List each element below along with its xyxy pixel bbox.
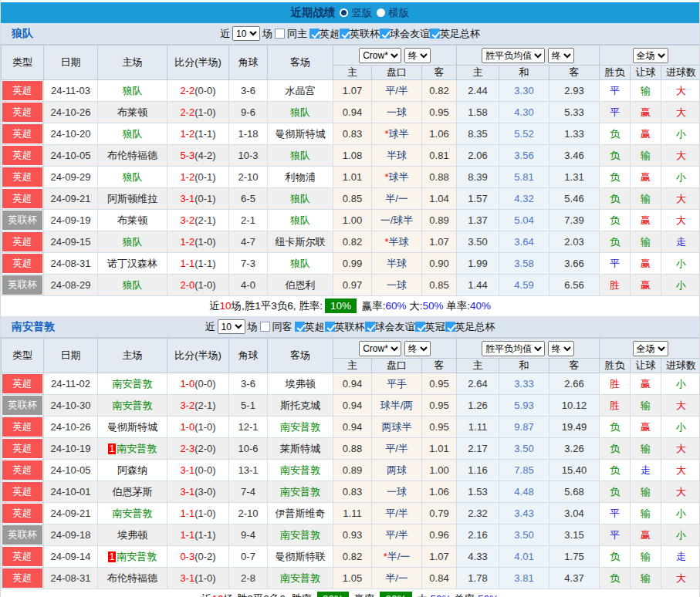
league-filter: 英足总杯 <box>445 320 495 334</box>
handicap-text: 球半 <box>389 171 409 183</box>
avg-draw-odds: 9.87 <box>499 417 550 438</box>
match-date: 24-08-29 <box>44 275 98 296</box>
scope-select[interactable]: 全场 <box>633 341 668 356</box>
half-score: (4-2) <box>194 150 215 161</box>
odds-final-select[interactable]: 终 <box>404 48 431 63</box>
match-row: 英联杯24-09-19布莱顿3-2(2-1)2-1狼队1.00一/球半0.891… <box>2 210 700 231</box>
league-checkbox[interactable] <box>445 322 455 332</box>
avg-draw-odds: 3.33 <box>499 373 550 395</box>
goals-result: 大 <box>661 460 700 481</box>
league-checkbox[interactable] <box>295 322 305 332</box>
home-team: 狼队 <box>98 167 167 188</box>
handicap: 平/半 <box>372 80 422 102</box>
sub-col-avg-home: 主 <box>457 66 499 80</box>
water-away: 0.88 <box>422 167 457 188</box>
league-checkbox[interactable] <box>380 29 390 39</box>
summary-rate-highlight: 30% <box>380 592 411 597</box>
league-type-cell: 英超 <box>2 102 44 123</box>
recent-count-select[interactable]: 10 <box>232 26 260 41</box>
recent-suffix-label: 场 <box>262 27 272 41</box>
match-date: 24-10-26 <box>44 417 98 438</box>
scope-select[interactable]: 全场 <box>633 48 668 63</box>
avg-final-select[interactable]: 终 <box>548 48 574 63</box>
match-row: 英超24-08-31布伦特福德3-1(1-0)2-8南安普敦1.05半/一0.8… <box>2 568 700 589</box>
avg-draw-odds: 3.50 <box>499 438 550 460</box>
handicap-text: 平/半 <box>385 529 408 541</box>
half-score: (1-0) <box>194 508 215 519</box>
league-checkbox[interactable] <box>309 29 320 39</box>
layout-radio-vertical[interactable] <box>340 8 348 17</box>
league-type-cell: 英超 <box>2 80 44 102</box>
league-filter: 英联杯 <box>340 27 380 41</box>
avg-draw-odds: 4.59 <box>499 275 550 296</box>
col-corner: 角球 <box>229 339 268 373</box>
water-away: 0.81 <box>422 145 457 167</box>
handicap-text: 半/一 <box>387 551 411 562</box>
water-home: 0.83 <box>333 123 372 145</box>
summary-text: 近 <box>209 300 220 312</box>
odds-company-select[interactable]: Crow* <box>359 48 401 63</box>
recent-count-select[interactable]: 10 <box>218 319 245 334</box>
summary-text: 近 <box>201 593 212 597</box>
avg-home-odds: 2.32 <box>457 503 499 524</box>
match-row: 英超24-10-26布莱顿2-2(1-0)9-6狼队0.94一球0.951.58… <box>2 102 700 123</box>
water-home: 1.07 <box>333 80 372 102</box>
water-away: 0.96 <box>422 524 457 546</box>
water-home: 0.94 <box>333 102 372 123</box>
avg-home-odds: 2.06 <box>457 145 499 167</box>
match-row: 英超24-10-20狼队1-2(1-1)1-18曼彻斯特城0.83*球半1.06… <box>2 123 700 145</box>
league-checkbox[interactable] <box>325 322 335 332</box>
home-team: 曼彻斯特城 <box>98 417 167 438</box>
summary-text: 场,胜2平2负6, 胜率: <box>223 593 315 597</box>
league-badge: 英超 <box>2 417 42 437</box>
same-venue-checkbox[interactable] <box>260 322 270 332</box>
same-venue-checkbox[interactable] <box>275 29 285 39</box>
handicap-result: 输 <box>631 546 661 568</box>
sub-col-handicap: 盘口 <box>372 66 422 80</box>
league-checkbox[interactable] <box>365 322 375 332</box>
sub-col-result: 胜负 <box>600 66 631 80</box>
avg-type-select[interactable]: 胜平负均值 <box>482 341 545 356</box>
corners: 2-1 <box>229 210 268 231</box>
league-checkbox[interactable] <box>340 29 350 39</box>
score-cell: 1-2(0-1) <box>167 167 229 188</box>
handicap-text: 平手 <box>387 378 407 390</box>
avg-away-odds: 7.39 <box>550 210 600 231</box>
match-date: 24-11-03 <box>44 80 98 102</box>
goals-result: 大 <box>661 145 700 167</box>
goals-result: 小 <box>661 253 700 275</box>
full-score: 2-2 <box>180 106 194 118</box>
section-head: 南安普敦 近 10 场 同客 英超英联杯球会友谊英冠英足总杯 <box>1 316 699 338</box>
layout-radio-horizontal[interactable] <box>377 8 385 17</box>
handicap-text: 球半/两 <box>380 400 414 411</box>
half-score: (1-1) <box>194 529 215 541</box>
league-badge: 英超 <box>2 232 42 251</box>
avg-final-select[interactable]: 终 <box>548 341 574 356</box>
water-home: 0.94 <box>333 395 372 417</box>
avg-type-select[interactable]: 胜平负均值 <box>482 48 545 63</box>
water-away: 0.85 <box>422 275 457 296</box>
home-team-name: 南安普敦 <box>113 378 153 390</box>
handicap: 一球 <box>372 275 422 296</box>
home-team-name: 布伦特福德 <box>107 150 157 161</box>
full-score: 1-0 <box>180 378 194 390</box>
league-badge: 英联杯 <box>2 275 42 295</box>
water-home: 1.05 <box>333 568 372 589</box>
corners: 2-10 <box>229 503 268 524</box>
league-checkbox[interactable] <box>415 322 425 332</box>
away-team-name: 狼队 <box>290 258 310 269</box>
avg-home-odds: 1.58 <box>457 102 499 123</box>
avg-draw-odds: 5.04 <box>499 210 550 231</box>
odds-final-select[interactable]: 终 <box>404 341 431 356</box>
match-date: 24-09-21 <box>44 188 98 210</box>
summary-text: 大: <box>414 593 431 597</box>
water-home: 0.85 <box>333 188 372 210</box>
odds-company-select[interactable]: Crow* <box>359 341 401 356</box>
half-score: (0-2) <box>194 551 215 562</box>
league-badge: 英联杯 <box>2 211 42 230</box>
avg-home-odds: 1.57 <box>457 188 499 210</box>
home-team: 狼队 <box>98 275 167 296</box>
handicap-result: 赢 <box>631 210 661 231</box>
league-checkbox[interactable] <box>430 29 440 39</box>
handicap-text: 平/半 <box>385 508 408 519</box>
